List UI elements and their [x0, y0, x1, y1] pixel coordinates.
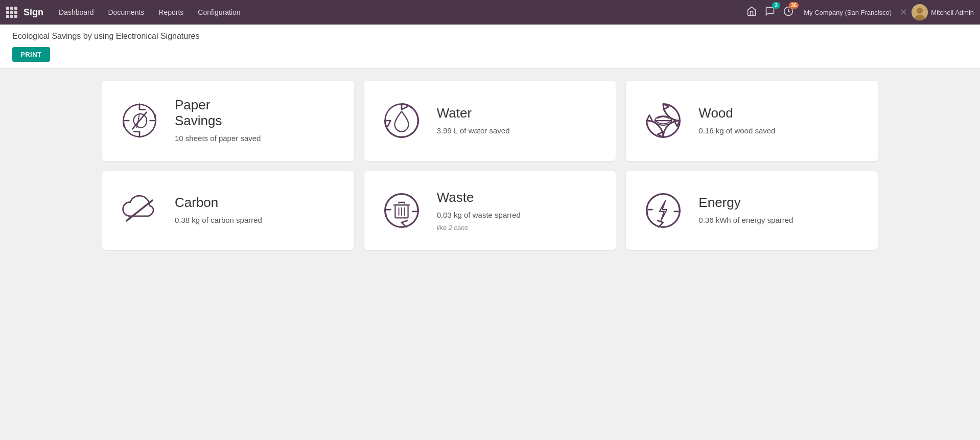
- card-paper-text: PaperSavings 10 sheets of paper saved: [175, 97, 261, 145]
- nav-configuration[interactable]: Configuration: [193, 5, 245, 19]
- app-grid-icon[interactable]: [6, 7, 17, 18]
- topbar-left: Sign Dashboard Documents Reports Configu…: [6, 5, 742, 19]
- card-paper-value: 10 sheets of paper saved: [175, 133, 261, 145]
- energy-icon: [640, 188, 686, 234]
- user-avatar: [912, 4, 928, 20]
- card-energy-text: Energy 0.36 kWh of energy sparred: [698, 195, 793, 226]
- card-water: Water 3.99 L of water saved: [364, 81, 616, 161]
- card-energy-title: Energy: [698, 195, 793, 211]
- card-paper: PaperSavings 10 sheets of paper saved: [102, 81, 354, 161]
- card-carbon-title: Carbon: [175, 195, 262, 211]
- home-icon[interactable]: [744, 4, 759, 21]
- topbar-separator: ✕: [900, 7, 907, 18]
- sub-header: Ecological Savings by using Electronical…: [0, 25, 980, 68]
- svg-line-9: [127, 200, 152, 221]
- wood-icon: [640, 98, 686, 144]
- waste-icon: [379, 188, 425, 234]
- water-icon: [379, 98, 425, 144]
- topbar: Sign Dashboard Documents Reports Configu…: [0, 0, 980, 25]
- card-wood-text: Wood 0.16 kg of wood saved: [698, 105, 775, 137]
- app-name: Sign: [24, 7, 43, 18]
- card-waste-title: Waste: [437, 190, 521, 205]
- card-waste: Waste 0.03 kg of waste sparred like 2 ca…: [364, 171, 616, 250]
- nav-dashboard[interactable]: Dashboard: [54, 5, 99, 19]
- card-water-text: Water 3.99 L of water saved: [437, 105, 510, 137]
- main-content: PaperSavings 10 sheets of paper saved Wa…: [0, 68, 980, 440]
- card-carbon-text: Carbon 0.38 kg of carbon sparred: [175, 195, 262, 226]
- card-energy-value: 0.36 kWh of energy sparred: [698, 215, 793, 226]
- card-carbon-value: 0.38 kg of carbon sparred: [175, 215, 262, 226]
- messages-badge: 2: [772, 2, 780, 9]
- card-waste-note: like 2 cans: [437, 224, 521, 231]
- card-energy: Energy 0.36 kWh of energy sparred: [626, 171, 878, 250]
- svg-point-2: [917, 8, 923, 14]
- card-waste-text: Waste 0.03 kg of waste sparred like 2 ca…: [437, 190, 521, 232]
- nav-reports[interactable]: Reports: [153, 5, 189, 19]
- paper-icon: [116, 98, 162, 144]
- card-wood-title: Wood: [698, 105, 775, 121]
- card-carbon: Carbon 0.38 kg of carbon sparred: [102, 171, 354, 250]
- card-wood-value: 0.16 kg of wood saved: [698, 125, 775, 137]
- topbar-right: 2 36 My Company (San Francisco) ✕ Mitche…: [744, 4, 974, 21]
- page-title: Ecological Savings by using Electronical…: [12, 32, 968, 41]
- card-water-value: 3.99 L of water saved: [437, 125, 510, 137]
- company-name: My Company (San Francisco): [800, 9, 896, 16]
- carbon-icon: [116, 188, 162, 234]
- card-waste-value: 0.03 kg of waste sparred: [437, 210, 521, 221]
- username: Mitchell Admin: [931, 9, 974, 16]
- card-water-title: Water: [437, 105, 510, 121]
- card-paper-title: PaperSavings: [175, 97, 261, 129]
- cards-grid: PaperSavings 10 sheets of paper saved Wa…: [102, 81, 878, 250]
- nav-documents[interactable]: Documents: [103, 5, 150, 19]
- activity-icon[interactable]: 36: [781, 4, 796, 21]
- messages-icon[interactable]: 2: [763, 4, 777, 21]
- activity-badge: 36: [789, 2, 799, 9]
- print-button[interactable]: PRINT: [12, 47, 50, 62]
- card-wood: Wood 0.16 kg of wood saved: [626, 81, 878, 161]
- user-menu[interactable]: Mitchell Admin: [912, 4, 974, 20]
